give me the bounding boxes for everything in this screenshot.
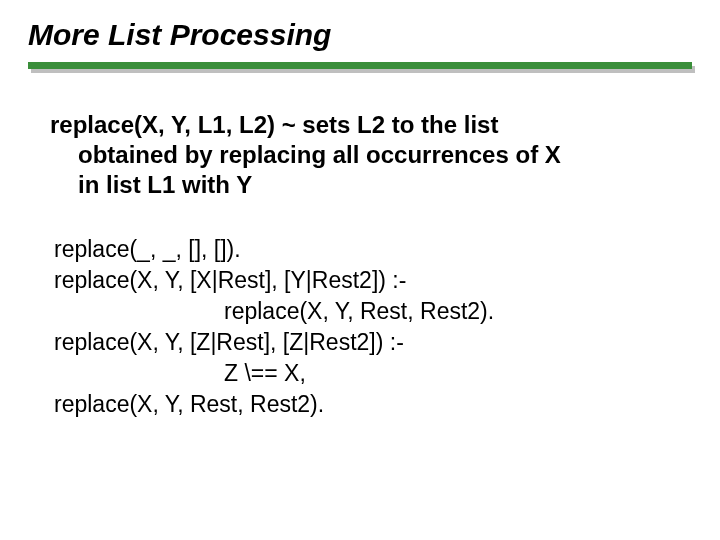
slide-container: More List Processing replace(X, Y, L1, L… xyxy=(0,0,720,540)
code-line-4: replace(X, Y, [Z|Rest], [Z|Rest2]) :- xyxy=(54,327,682,358)
description-block: replace(X, Y, L1, L2) ~ sets L2 to the l… xyxy=(50,110,682,200)
code-line-2: replace(X, Y, [X|Rest], [Y|Rest2]) :- xyxy=(54,265,682,296)
code-block: replace(_, _, [], []). replace(X, Y, [X|… xyxy=(50,234,682,420)
code-line-5: Z \== X, xyxy=(54,358,682,389)
slide-title: More List Processing xyxy=(28,18,692,52)
slide-content: replace(X, Y, L1, L2) ~ sets L2 to the l… xyxy=(28,110,692,420)
desc-line-1: replace(X, Y, L1, L2) ~ sets L2 to the l… xyxy=(50,111,498,138)
desc-line-2: obtained by replacing all occurrences of… xyxy=(50,140,682,170)
code-line-1: replace(_, _, [], []). xyxy=(54,234,682,265)
code-line-3: replace(X, Y, Rest, Rest2). xyxy=(54,296,682,327)
desc-line-3: in list L1 with Y xyxy=(50,170,682,200)
title-divider xyxy=(28,62,692,74)
code-line-6: replace(X, Y, Rest, Rest2). xyxy=(54,389,682,420)
